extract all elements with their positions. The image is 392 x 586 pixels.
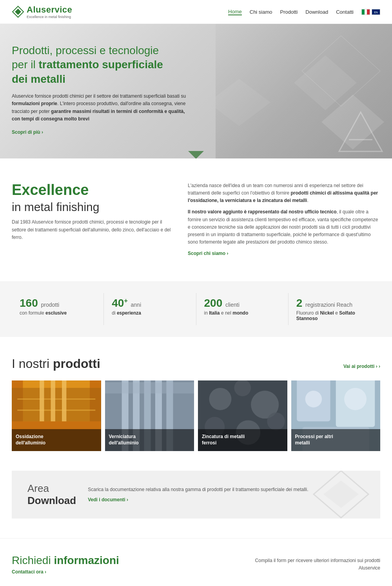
products-title: I nostri prodotti [12,357,100,371]
stat-anni: 40+ anni di esperienza [104,293,196,325]
stat-anni-number: 40+ anni [112,297,188,309]
excellence-section: Excellence in metal finishing Dal 1983 A… [0,158,392,281]
product-label-zincatura: Zincatura di metalliferrosi [198,429,287,451]
stat-clienti-number: 200 clienti [204,297,280,309]
hero-a-shape [337,110,384,155]
stat-prodotti-sub: con formule esclusive [20,310,96,316]
stat-clienti-label: clienti [225,302,240,308]
nav-chi-siamo[interactable]: Chi siamo [250,9,272,15]
header: Aluservice Excellence in metal finishing… [0,0,392,24]
nav-home[interactable]: Home [228,9,242,15]
info-right: Compila il form per ricevere ulteriori i… [247,557,380,572]
stat-clienti: 200 clienti in Italia e nel mondo [196,293,289,325]
hero-decorative [216,24,392,158]
stat-prodotti: 160 prodotti con formule esclusive [12,293,104,325]
hero-content: Prodotti, processi e tecnologie per il t… [12,44,192,135]
nav-download[interactable]: Download [305,9,328,15]
products-grid: Ossidazionedell'alluminio Verniciaturade… [12,380,380,451]
nav-contatti[interactable]: Contatti [336,9,354,15]
excellence-right-p2: Il nostro valore aggiunto è rappresentat… [188,208,380,246]
excellence-cta[interactable]: Scopri chi siamo [188,251,228,256]
excellence-right-p1: L'azienda nasce dell'idea di un team con… [188,182,380,205]
stat-reach: 2 registrazioni Reach Fluoruro di Nickel… [289,293,380,325]
excellence-right: L'azienda nasce dell'idea di un team con… [188,182,380,258]
svg-point-34 [305,391,322,408]
stat-clienti-sub: in Italia e nel mondo [204,310,280,316]
products-header: I nostri prodotti Vai ai prodotti › [12,357,380,371]
product-label-ossidazione: Ossidazionedell'alluminio [12,429,101,451]
hero-arrow [188,151,204,158]
svg-marker-1 [15,9,21,15]
download-label: Download [27,495,76,507]
svg-rect-10 [12,388,101,421]
stats-section: 160 prodotti con formule esclusive 40+ a… [0,281,392,337]
svg-marker-6 [339,112,382,151]
svg-marker-37 [323,480,359,508]
stat-prodotti-number: 160 prodotti [20,297,96,309]
product-label-verniciatura: Verniciaturadell'alluminio [105,429,194,451]
hero-cta[interactable]: Scopri di più [12,129,43,135]
hero-title: Prodotti, processi e tecnologie per il t… [12,44,192,86]
download-heading: Area Download [27,482,76,507]
download-title: Area Download [27,482,76,507]
excellence-subtitle: in metal finishing [12,200,99,213]
excellence-title: Excellence in metal finishing [12,182,172,214]
product-label-processi: Processi per altrimetalli [291,429,381,451]
svg-marker-5 [216,79,270,126]
svg-rect-22 [105,382,194,393]
products-cta[interactable]: Vai ai prodotti › [343,364,380,369]
hero-section: Prodotti, processi e tecnologie per il t… [0,24,392,158]
excellence-left: Excellence in metal finishing Dal 1983 A… [12,182,172,241]
svg-point-35 [344,388,367,410]
svg-rect-13 [40,380,44,421]
excellence-green: Excellence [12,182,89,198]
stat-reach-number: 2 registrazioni Reach [296,297,372,309]
product-card-verniciatura[interactable]: Verniciaturadell'alluminio [105,380,194,451]
svg-rect-14 [51,380,55,421]
stat-anni-label: anni [131,302,141,308]
hero-body: Aluservice fornisce prodotti chimici per… [12,93,192,123]
excellence-desc: Dal 1983 Aluservice fornisce prodotti ch… [12,218,172,241]
svg-rect-15 [62,380,66,421]
svg-point-29 [267,412,285,430]
info-title: Richiedi informazioni [12,554,119,567]
info-section: Richiedi informazioni Contattaci ora Com… [0,538,392,586]
info-cta[interactable]: Contattaci ora [12,569,119,575]
info-left: Richiedi informazioni Contattaci ora [12,554,119,575]
logo-text: Aluservice [27,5,72,15]
download-bg-decoration [310,471,372,519]
product-card-ossidazione[interactable]: Ossidazionedell'alluminio [12,380,101,451]
logo[interactable]: Aluservice Excellence in metal finishing [12,5,72,19]
logo-icon [12,5,24,18]
stat-reach-sub: Fluoruro di Nickel e Solfato Stannoso [296,310,372,321]
product-card-processi[interactable]: Processi per altrimetalli [291,380,381,451]
product-card-zincatura[interactable]: Zincatura di metalliferrosi [198,380,287,451]
svg-point-24 [209,388,231,410]
nav-prodotti[interactable]: Prodotti [280,9,298,15]
stat-prodotti-label: prodotti [41,302,60,308]
flag-italian[interactable] [361,9,370,15]
stat-reach-label: registrazioni Reach [305,302,352,308]
main-nav: Home Chi siamo Prodotti Download Contatt… [228,9,380,15]
flag-english[interactable]: EN [372,9,380,15]
stat-anni-sub: di esperienza [112,310,188,316]
download-area: Area Download Scarica la documentazione … [12,471,380,519]
language-flags: EN [361,9,380,15]
download-area-label: Area [27,482,49,494]
products-section: I nostri prodotti Vai ai prodotti › Ossi… [0,337,392,471]
logo-sub: Excellence in metal finishing [27,15,72,19]
